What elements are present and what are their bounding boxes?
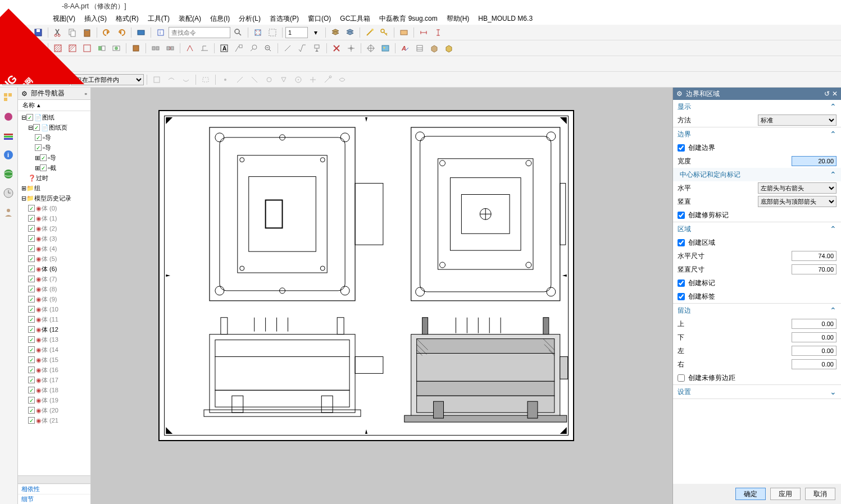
- create-tag-check[interactable]: [678, 293, 685, 300]
- create-trim-check[interactable]: [678, 212, 685, 219]
- menu-analysis[interactable]: 分析(L): [237, 13, 263, 25]
- section1-icon[interactable]: [95, 42, 108, 54]
- surface-icon[interactable]: [198, 42, 211, 54]
- horizontal-select[interactable]: 左箭头与右箭头: [758, 182, 837, 194]
- snap9-icon[interactable]: [335, 74, 349, 86]
- menu-window[interactable]: 窗口(O): [306, 13, 333, 25]
- search-icon[interactable]: [231, 26, 245, 39]
- ok-button[interactable]: 确定: [735, 488, 766, 500]
- menu-tools[interactable]: 工具(T): [146, 13, 172, 25]
- gear-icon[interactable]: ⚙: [676, 90, 683, 98]
- menu-assembly[interactable]: 装配(A): [176, 13, 203, 25]
- center-icon[interactable]: [344, 42, 358, 54]
- tree-body-row[interactable]: ✓◉体 (10: [19, 304, 89, 314]
- box2-icon[interactable]: [442, 42, 456, 54]
- text-icon[interactable]: A: [217, 42, 231, 54]
- snap1-icon[interactable]: [219, 74, 232, 86]
- section-settings[interactable]: 设置⌄: [673, 385, 841, 398]
- tree-body-row[interactable]: ✓◉体 (2): [19, 223, 89, 233]
- dim2-icon[interactable]: [431, 26, 445, 39]
- section-margin[interactable]: 留边⌃: [673, 304, 841, 317]
- line-icon[interactable]: [281, 42, 294, 54]
- menu-gctoolbox[interactable]: GC工具箱: [338, 13, 372, 25]
- nav-scroll-h[interactable]: [18, 475, 90, 483]
- tree-body-row[interactable]: ✓◉体 (12: [19, 324, 89, 335]
- hsize-input[interactable]: [792, 251, 837, 261]
- create-mark-check[interactable]: [678, 280, 685, 287]
- rail-role-icon[interactable]: [3, 207, 15, 219]
- tree-body-row[interactable]: ✓◉体 (0): [19, 203, 89, 213]
- rail-constraint-icon[interactable]: [3, 111, 15, 123]
- tree-body-row[interactable]: ✓◉体 (14: [19, 345, 89, 355]
- layer-icon[interactable]: [329, 26, 342, 39]
- tree-body-row[interactable]: ✓◉体 (7): [19, 274, 89, 284]
- tree-body-row[interactable]: ✓◉体 (16: [19, 365, 89, 375]
- tree-body-row[interactable]: ✓◉体 (15: [19, 355, 89, 365]
- section-center-mark[interactable]: 中心标记和定向标记⌃: [673, 168, 841, 181]
- datum-icon[interactable]: [310, 42, 324, 54]
- left-input[interactable]: [792, 346, 837, 356]
- reset-icon[interactable]: ↺: [824, 90, 830, 98]
- filter2-icon[interactable]: [165, 74, 178, 86]
- zoomout-icon[interactable]: [261, 42, 275, 54]
- vertical-select[interactable]: 底部箭头与顶部箭头: [758, 196, 837, 207]
- filter1-icon[interactable]: [150, 74, 163, 86]
- rail-history-icon[interactable]: [3, 187, 15, 200]
- sqrt-icon[interactable]: [296, 42, 309, 54]
- tree-body-row[interactable]: ✓◉体 (3): [19, 233, 89, 244]
- wand-icon[interactable]: [363, 26, 376, 39]
- edit-text-icon[interactable]: A: [398, 42, 412, 54]
- menu-help[interactable]: 帮助(H): [444, 13, 472, 25]
- target-icon[interactable]: [364, 42, 378, 54]
- snap6-icon[interactable]: [292, 74, 305, 86]
- method-select[interactable]: 标准: [758, 114, 837, 126]
- page-dropdown-icon[interactable]: ▾: [309, 26, 322, 39]
- section-boundary[interactable]: 边界⌃: [673, 127, 841, 141]
- close-icon[interactable]: ✕: [832, 90, 838, 98]
- tree-body-row[interactable]: ✓◉体 (1): [19, 213, 89, 223]
- menu-info[interactable]: 信息(I): [208, 13, 232, 25]
- nav-tree[interactable]: ⊟✓📄图纸 ⊟✓📄图纸页 ✓▫导 ✓▫导 ⊞✓▫导 ⊞✓▫截 ❓过时 ⊞📁组 ⊟…: [18, 111, 90, 475]
- menu-format[interactable]: 格式(R): [113, 13, 141, 25]
- menu-9sug[interactable]: 中磊教育 9sug.com: [377, 13, 439, 25]
- dim1-icon[interactable]: [417, 26, 430, 39]
- layer2-icon[interactable]: [343, 26, 357, 39]
- tree-body-row[interactable]: ✓◉体 (21: [19, 415, 89, 425]
- rail-info-icon[interactable]: i: [3, 149, 15, 162]
- key-icon[interactable]: [378, 26, 391, 39]
- nav-details[interactable]: 细节: [18, 494, 90, 504]
- width-input[interactable]: [792, 156, 837, 166]
- delete-icon[interactable]: [330, 42, 343, 54]
- tree-body-row[interactable]: ✓◉体 (6): [19, 264, 89, 274]
- fit-icon[interactable]: [251, 26, 265, 39]
- filter3-icon[interactable]: [179, 74, 193, 86]
- command-search-input[interactable]: [169, 27, 230, 38]
- section-display[interactable]: 显示⌃: [673, 100, 841, 113]
- display-mode-icon[interactable]: [134, 26, 148, 39]
- tree-body-row[interactable]: ✓◉体 (9): [19, 294, 89, 304]
- tree-body-row[interactable]: ✓◉体 (19: [19, 395, 89, 405]
- tree-body-row[interactable]: ✓◉体 (20: [19, 405, 89, 415]
- nav-dependencies[interactable]: 相依性: [18, 484, 90, 494]
- section-region[interactable]: 区域⌃: [673, 222, 841, 236]
- menu-insert[interactable]: 插入(S): [82, 13, 109, 25]
- snap2-icon[interactable]: [233, 74, 247, 86]
- page-input[interactable]: [285, 27, 308, 38]
- create-region-check[interactable]: [678, 239, 685, 246]
- top-input[interactable]: [792, 319, 837, 329]
- balloon-icon[interactable]: [247, 42, 260, 54]
- gear-icon[interactable]: ⚙: [21, 90, 28, 98]
- untrimmed-check[interactable]: [678, 374, 685, 382]
- tree-body-row[interactable]: ✓◉体 (13: [19, 335, 89, 345]
- drawing-canvas[interactable]: [91, 88, 672, 504]
- zoom-icon[interactable]: [266, 26, 279, 39]
- nav-pin-icon[interactable]: ▫: [85, 90, 87, 98]
- sel-rect-icon[interactable]: [199, 74, 212, 86]
- snap8-icon[interactable]: [321, 74, 334, 86]
- image-icon[interactable]: [379, 42, 392, 54]
- section2-icon[interactable]: [110, 42, 123, 54]
- info-icon[interactable]: i: [154, 26, 167, 39]
- tree-body-row[interactable]: ✓◉体 (5): [19, 254, 89, 264]
- rail-web-icon[interactable]: [3, 168, 15, 181]
- undo-icon[interactable]: [100, 26, 113, 39]
